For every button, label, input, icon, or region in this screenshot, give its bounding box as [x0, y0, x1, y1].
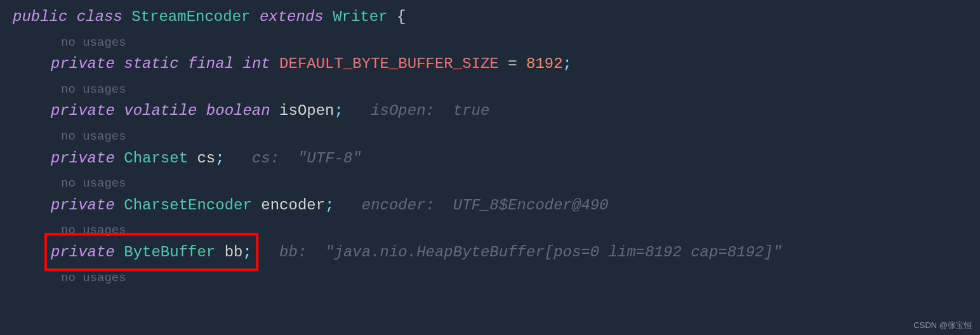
semicolon: ; [242, 244, 251, 261]
brace-open: { [397, 8, 406, 25]
usage-hint: no usages [13, 222, 980, 239]
keyword-extends: extends [260, 8, 324, 25]
debug-inline-value: cs: "UTF-8" [252, 150, 362, 167]
debug-inline-value: encoder: UTF_8$Encoder@490 [362, 197, 609, 214]
keyword-static: static [124, 55, 178, 72]
semicolon: ; [563, 55, 572, 72]
keyword-volatile: volatile [124, 102, 197, 119]
keyword-int: int [242, 55, 270, 72]
code-line-field-const: private static final int DEFAULT_BYTE_BU… [13, 53, 980, 75]
usage-hint: no usages [13, 128, 980, 145]
code-line-field-encoder: private CharsetEncoder encoder; encoder:… [13, 195, 980, 216]
watermark: CSDN @张宝恒 [913, 320, 972, 331]
var-name: bb [225, 244, 243, 261]
equals: = [499, 55, 526, 72]
var-name: cs [197, 150, 215, 167]
usage-hint: no usages [13, 34, 980, 51]
keyword-private: private [51, 244, 115, 261]
type-name: ByteBuffer [124, 244, 215, 261]
keyword-private: private [51, 55, 115, 72]
var-name: encoder [261, 197, 325, 214]
semicolon: ; [215, 150, 224, 167]
keyword-boolean: boolean [206, 102, 270, 119]
var-name: isOpen [279, 102, 334, 119]
class-name: StreamEncoder [131, 8, 250, 25]
debug-inline-value: isOpen: true [371, 102, 489, 119]
number-literal: 8192 [526, 55, 563, 72]
keyword-private: private [51, 197, 115, 214]
type-name: Charset [124, 150, 188, 167]
code-line-class-decl: public class StreamEncoder extends Write… [13, 6, 980, 28]
usage-hint: no usages [13, 81, 980, 98]
usage-hint: no usages [13, 175, 980, 192]
keyword-final: final [188, 55, 234, 72]
constant-name: DEFAULT_BYTE_BUFFER_SIZE [279, 55, 499, 72]
code-line-field-cs: private Charset cs; cs: "UTF-8" [13, 148, 980, 169]
usage-hint: no usages [13, 270, 980, 287]
type-name: CharsetEncoder [124, 197, 252, 214]
keyword-private: private [51, 102, 115, 119]
semicolon: ; [325, 197, 334, 214]
debug-inline-value: bb: "java.nio.HeapByteBuffer[pos=0 lim=8… [279, 244, 782, 261]
keyword-public: public [13, 8, 67, 25]
keyword-private: private [51, 150, 115, 167]
super-class: Writer [333, 8, 387, 25]
code-editor[interactable]: public class StreamEncoder extends Write… [13, 6, 980, 286]
semicolon: ; [334, 102, 343, 119]
code-line-field-isopen: private volatile boolean isOpen; isOpen:… [13, 100, 980, 122]
code-line-field-bb: private ByteBuffer bb; bb: "java.nio.Hea… [13, 242, 980, 263]
keyword-class: class [77, 8, 122, 25]
